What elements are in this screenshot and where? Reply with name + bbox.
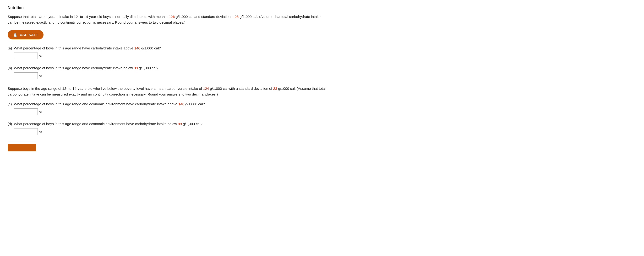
question-a-input[interactable]: [14, 52, 38, 59]
question-c-text-after: g/1,000 cal?: [184, 102, 205, 106]
section2-text-2: g/1,000 cal with a standard deviation of: [209, 86, 273, 90]
question-b-letter: (b): [8, 66, 12, 70]
question-b-text: What percentage of boys in this age rang…: [14, 66, 158, 70]
intro-text-2: g/1,000 cal and standard deviation =: [175, 14, 235, 19]
question-a-block: (a) What percentage of boys in this age …: [8, 46, 327, 59]
question-a-answer-row: %: [14, 52, 327, 59]
question-b-highlight: 99: [134, 66, 138, 70]
question-a-letter: (a): [8, 46, 12, 50]
question-d-unit: %: [39, 130, 42, 134]
question-c-answer-row: %: [14, 108, 327, 115]
question-b-text-after: g/1,000 cal?: [138, 66, 158, 70]
use-salt-button[interactable]: 🧂 USE SALT: [8, 30, 44, 39]
intro-paragraph-1: Suppose that total carbohydrate intake i…: [8, 14, 327, 25]
question-c-label: (c) What percentage of boys in this age …: [8, 102, 327, 106]
question-a-text: What percentage of boys in this age rang…: [14, 46, 161, 50]
question-c-highlight: 146: [178, 102, 184, 106]
question-a-highlight: 146: [134, 46, 140, 50]
question-d-highlight: 99: [178, 122, 182, 126]
salt-icon: 🧂: [13, 32, 18, 37]
question-c-text: What percentage of boys in this age rang…: [14, 102, 205, 106]
question-b-block: (b) What percentage of boys in this age …: [8, 66, 327, 79]
bottom-divider: [8, 142, 36, 142]
section2-paragraph: Suppose boys in the age range of 12- to …: [8, 86, 327, 97]
section2-mean: 124: [203, 86, 209, 90]
question-b-label: (b) What percentage of boys in this age …: [8, 66, 327, 70]
question-c-block: (c) What percentage of boys in this age …: [8, 102, 327, 115]
question-a-text-before: What percentage of boys in this age rang…: [14, 46, 134, 50]
question-c-input[interactable]: [14, 108, 38, 115]
question-d-text-before: What percentage of boys in this age rang…: [14, 122, 178, 126]
question-b-unit: %: [39, 74, 42, 78]
question-d-input[interactable]: [14, 128, 38, 135]
question-a-label: (a) What percentage of boys in this age …: [8, 46, 327, 50]
bottom-button-placeholder: [8, 144, 36, 151]
question-b-text-before: What percentage of boys in this age rang…: [14, 66, 134, 70]
intro-sd-1: 25: [235, 14, 239, 19]
section2-sd: 23: [273, 86, 277, 90]
question-a-unit: %: [39, 54, 42, 58]
question-a-text-after: g/1,000 cal?: [140, 46, 161, 50]
intro-mean-1: 126: [169, 14, 175, 19]
page-container: Nutrition Suppose that total carbohydrat…: [8, 6, 327, 152]
use-salt-label: USE SALT: [20, 33, 38, 37]
question-c-letter: (c): [8, 102, 12, 106]
question-c-unit: %: [39, 110, 42, 114]
question-d-label: (d) What percentage of boys in this age …: [8, 122, 327, 126]
question-d-answer-row: %: [14, 128, 327, 135]
intro-text-1: Suppose that total carbohydrate intake i…: [8, 14, 169, 19]
question-c-text-before: What percentage of boys in this age rang…: [14, 102, 178, 106]
section2-text-1: Suppose boys in the age range of 12- to …: [8, 86, 203, 90]
page-title: Nutrition: [8, 6, 327, 10]
question-d-letter: (d): [8, 122, 12, 126]
question-d-text: What percentage of boys in this age rang…: [14, 122, 202, 126]
question-b-input[interactable]: [14, 72, 38, 79]
question-b-answer-row: %: [14, 72, 327, 79]
question-d-block: (d) What percentage of boys in this age …: [8, 122, 327, 135]
question-d-text-after: g/1,000 cal?: [182, 122, 202, 126]
